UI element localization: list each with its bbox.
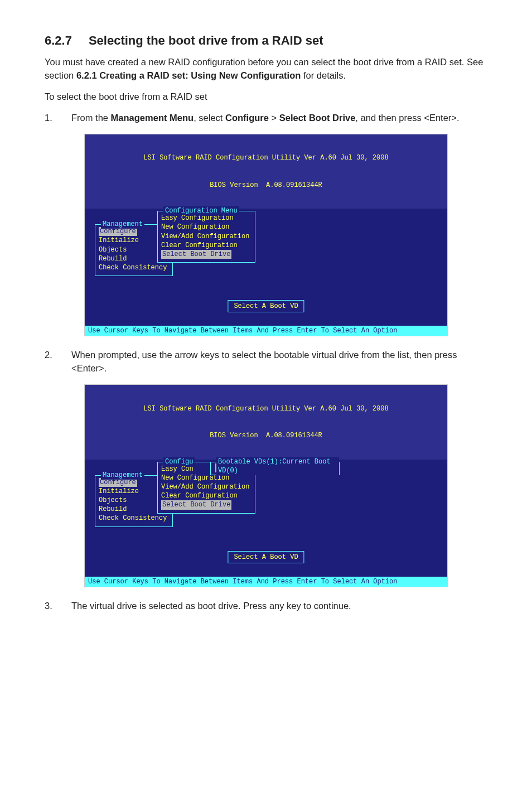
cfg-item-new: New Configuration bbox=[161, 223, 249, 231]
s1-c: , select bbox=[194, 113, 225, 123]
bios-header: LSI Software RAID Configuration Utility … bbox=[85, 134, 447, 209]
step-3-text: The virtual drive is selected as boot dr… bbox=[71, 600, 487, 613]
cfg2-item-select-boot: Select Boot Drive bbox=[161, 500, 231, 509]
bootable-vds-title: Bootable VDs(1):Current Boot VD(0) bbox=[216, 457, 339, 475]
bios-screenshot-2: LSI Software RAID Configuration Utility … bbox=[84, 384, 448, 587]
management-menu-title: Management bbox=[101, 220, 144, 229]
intro-ref-bold: 6.2.1 Creating a RAID set: Using New Con… bbox=[76, 70, 301, 80]
cfg2-item-clear: Clear Configuration bbox=[161, 491, 249, 500]
bios-footer: Use Cursor Keys To Navigate Between Item… bbox=[85, 326, 447, 336]
step-2-number: 2. bbox=[45, 349, 56, 375]
step-2-text: When prompted, use the arrow keys to sel… bbox=[71, 349, 487, 375]
configuration-menu-title-2: Configu bbox=[163, 457, 195, 466]
bios-screenshot-1: LSI Software RAID Configuration Utility … bbox=[84, 134, 448, 337]
section-title: Selecting the boot drive from a RAID set bbox=[89, 33, 323, 48]
s1-e: > bbox=[269, 113, 279, 123]
intro-paragraph-2: To select the boot drive from a RAID set bbox=[45, 90, 487, 104]
step-1-text: From the Management Menu, select Configu… bbox=[71, 112, 487, 125]
management-menu-title-2: Management bbox=[101, 471, 144, 480]
bios-footer-2: Use Cursor Keys To Navigate Between Item… bbox=[85, 577, 447, 587]
mgmt-item-check: Check Consistency bbox=[99, 263, 167, 272]
hint-box-2: Select A Boot VD bbox=[228, 551, 304, 563]
step-1: 1. From the Management Menu, select Conf… bbox=[45, 112, 487, 125]
configuration-menu: Configuration Menu Easy Configuration Ne… bbox=[157, 211, 255, 263]
cfg2-item-view: View/Add Configuration bbox=[161, 482, 249, 491]
intro-text-c: for details. bbox=[301, 70, 346, 80]
bios-header-l1: LSI Software RAID Configuration Utility … bbox=[85, 153, 447, 162]
bios-body-2: Management Configure Initialize Objects … bbox=[85, 460, 447, 577]
bios-header-2-l2: BIOS Version A.08.09161344R bbox=[85, 431, 447, 440]
step-1-number: 1. bbox=[45, 112, 56, 125]
s1-g: , and then press <Enter>. bbox=[355, 113, 459, 123]
s1-d: Configure bbox=[225, 113, 269, 123]
cfg-item-view: View/Add Configuration bbox=[161, 232, 249, 241]
intro-paragraph-1: You must have created a new RAID configu… bbox=[45, 56, 487, 83]
section-number: 6.2.7 bbox=[45, 33, 72, 48]
s1-b: Management Menu bbox=[111, 113, 194, 123]
cfg-item-select-boot: Select Boot Drive bbox=[161, 250, 231, 259]
step-3: 3. The virtual drive is selected as boot… bbox=[45, 600, 487, 613]
mgmt2-item-check: Check Consistency bbox=[99, 514, 167, 523]
s1-f: Select Boot Drive bbox=[279, 113, 356, 123]
hint-box: Select A Boot VD bbox=[228, 300, 304, 312]
cfg-item-clear: Clear Configuration bbox=[161, 241, 249, 250]
section-heading: 6.2.7 Selecting the boot drive from a RA… bbox=[45, 33, 487, 48]
step-2: 2. When prompted, use the arrow keys to … bbox=[45, 349, 487, 375]
bootable-vds-box: Bootable VDs(1):Current Boot VD(0) Boot … bbox=[210, 462, 340, 475]
bios-header-l2: BIOS Version A.08.09161344R bbox=[85, 181, 447, 190]
bios-header-2: LSI Software RAID Configuration Utility … bbox=[85, 385, 447, 460]
bios-header-2-l1: LSI Software RAID Configuration Utility … bbox=[85, 404, 447, 413]
s1-a: From the bbox=[71, 113, 111, 123]
step-3-number: 3. bbox=[45, 600, 56, 613]
configuration-menu-title: Configuration Menu bbox=[163, 206, 239, 215]
bios-body: Management Configure Initialize Objects … bbox=[85, 209, 447, 326]
